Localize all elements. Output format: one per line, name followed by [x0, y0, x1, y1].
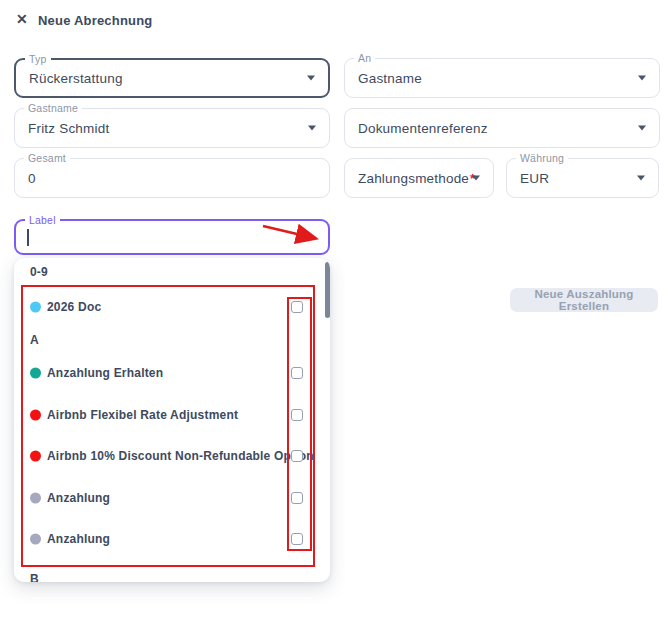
chevron-down-icon — [308, 126, 316, 131]
list-item[interactable]: Anzahlung Erhalten — [14, 362, 330, 384]
label-combobox[interactable]: Label — [14, 219, 330, 255]
label-color-dot — [30, 368, 41, 379]
chevron-down-icon — [472, 176, 480, 181]
item-checkbox[interactable] — [291, 492, 303, 504]
item-checkbox[interactable] — [291, 533, 303, 545]
gesamt-input[interactable]: Gesamt 0 — [14, 158, 330, 198]
an-value: Gastname — [358, 71, 422, 86]
chevron-down-icon — [638, 126, 646, 131]
close-icon[interactable]: ✕ — [16, 11, 28, 27]
list-item-label: Anzahlung — [47, 491, 110, 505]
label-color-dot — [30, 302, 41, 313]
waehrung-value: EUR — [520, 171, 549, 186]
gastname-label: Gastname — [24, 102, 82, 114]
item-checkbox[interactable] — [291, 409, 303, 421]
list-item[interactable]: Airbnb 10% Discount Non-Refundable Optio… — [14, 445, 330, 467]
list-item[interactable]: Airbnb Flexibel Rate Adjustment — [14, 404, 330, 426]
typ-select[interactable]: Typ Rückerstattung — [14, 58, 330, 98]
list-item-label: Airbnb Flexibel Rate Adjustment — [47, 408, 238, 422]
list-item-label: 2026 Doc — [47, 300, 101, 314]
label-color-dot — [30, 534, 41, 545]
list-item-label: Airbnb 10% Discount Non-Refundable Optio… — [47, 449, 314, 463]
typ-label: Typ — [25, 53, 51, 65]
gastname-value: Fritz Schmidt — [28, 121, 109, 136]
list-item[interactable]: Anzahlung — [14, 487, 330, 509]
list-item[interactable]: Anzahlung — [14, 528, 330, 550]
section-header: 0-9 — [30, 265, 48, 279]
section-header: B — [30, 572, 39, 582]
an-label: An — [354, 52, 375, 64]
label-color-dot — [30, 493, 41, 504]
chevron-down-icon — [307, 76, 315, 81]
waehrung-select[interactable]: Währung EUR — [506, 158, 659, 198]
gesamt-label: Gesamt — [24, 152, 70, 164]
section-header: A — [30, 333, 39, 347]
typ-value: Rückerstattung — [29, 71, 123, 86]
list-item[interactable]: 2026 Doc — [14, 296, 330, 318]
dropdown-scrollbar[interactable] — [325, 262, 330, 318]
label-color-dot — [30, 451, 41, 462]
zahlungsmethode-placeholder: Zahlungsmethode* — [358, 171, 476, 186]
gesamt-value: 0 — [28, 171, 36, 186]
list-item-label: Anzahlung — [47, 532, 110, 546]
text-cursor — [27, 229, 29, 246]
item-checkbox[interactable] — [291, 367, 303, 379]
waehrung-label: Währung — [516, 152, 568, 164]
item-checkbox[interactable] — [291, 450, 303, 462]
zahlungsmethode-select[interactable]: Zahlungsmethode* — [344, 158, 494, 198]
label-color-dot — [30, 410, 41, 421]
dokumentenreferenz-select[interactable]: Dokumentenreferenz — [344, 108, 660, 148]
gastname-select[interactable]: Gastname Fritz Schmidt — [14, 108, 330, 148]
dokumentenreferenz-placeholder: Dokumentenreferenz — [358, 121, 488, 136]
chevron-up-icon — [307, 235, 315, 240]
chevron-down-icon — [637, 176, 645, 181]
an-select[interactable]: An Gastname — [344, 58, 660, 98]
label-dropdown-panel: 0-9 2026 Doc A Anzahlung Erhalten Airbnb… — [14, 258, 330, 582]
label-label: Label — [25, 214, 60, 226]
list-item-label: Anzahlung Erhalten — [47, 366, 163, 380]
page-title: Neue Abrechnung — [38, 13, 152, 28]
new-settlement-modal: ✕ Neue Abrechnung Typ Rückerstattung An … — [0, 0, 670, 624]
chevron-down-icon — [638, 76, 646, 81]
create-payout-button[interactable]: Neue Auszahlung Erstellen — [510, 288, 658, 312]
item-checkbox[interactable] — [291, 301, 303, 313]
